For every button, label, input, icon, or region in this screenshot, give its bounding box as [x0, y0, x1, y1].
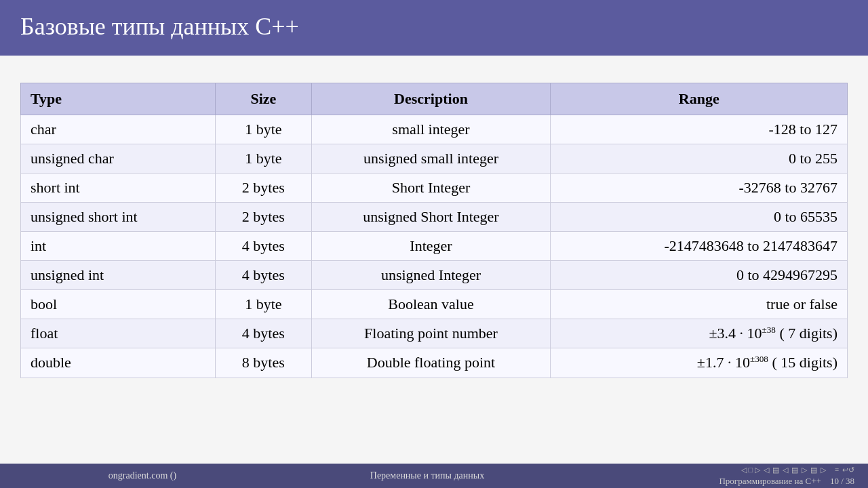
footer-left: ongradient.com () [0, 470, 285, 481]
data-types-table: Type Size Description Range char1 bytesm… [20, 83, 848, 378]
cell-size: 2 bytes [216, 174, 311, 203]
cell-description: Floating point number [311, 319, 551, 348]
nav-list-icon[interactable]: ▤ [791, 466, 798, 474]
cell-type: int [21, 232, 216, 261]
footer-course-label: Программирование на С++ [719, 476, 821, 486]
cell-description: unsigned small integer [311, 144, 551, 174]
cell-type: unsigned short int [21, 203, 216, 232]
cell-description: Integer [311, 232, 551, 261]
cell-size: 1 byte [216, 144, 311, 174]
table-row: unsigned int4 bytesunsigned Integer0 to … [21, 261, 848, 290]
header-title: Базовые типы данных C++ [20, 13, 299, 40]
cell-size: 4 bytes [216, 232, 311, 261]
slide-footer: ongradient.com () Переменные и типы данн… [0, 464, 868, 488]
col-range: Range [551, 83, 848, 115]
cell-type: bool [21, 290, 216, 319]
cell-description: Double floating point [311, 348, 551, 378]
table-row: short int2 bytesShort Integer-32768 to 3… [21, 174, 848, 203]
nav-grid-icon[interactable]: ▤ [772, 466, 779, 474]
footer-right-label: Программирование на С++ 10 / 38 [719, 476, 854, 487]
page-indicator: 10 / 38 [830, 476, 854, 486]
footer-nav-controls: ◁ □ ▷ ◁ ▤ ◁ ▤ ▷ ▤ ▷ ≡ ↩↺ [741, 466, 854, 474]
footer-website: ongradient.com () [108, 470, 176, 481]
table-row: float4 bytesFloating point number±3.4 · … [21, 319, 848, 348]
cell-description: unsigned Short Integer [311, 203, 551, 232]
nav-settings-icon[interactable]: ≡ [835, 466, 839, 474]
page-total: 38 [846, 476, 854, 486]
table-row: unsigned char1 byteunsigned small intege… [21, 144, 848, 174]
nav-zoom-icon[interactable]: ↩↺ [842, 466, 854, 474]
cell-description: small integer [311, 115, 551, 144]
table-row: double8 bytesDouble floating point±1.7 ·… [21, 348, 848, 378]
cell-range: -128 to 127 [551, 115, 848, 144]
col-size: Size [216, 83, 311, 115]
cell-size: 2 bytes [216, 203, 311, 232]
nav-back-icon[interactable]: ◁ □ ▷ [741, 466, 760, 474]
cell-type: short int [21, 174, 216, 203]
cell-range: -2147483648 to 2147483647 [551, 232, 848, 261]
cell-range: 0 to 255 [551, 144, 848, 174]
table-row: bool1 byteBoolean valuetrue or false [21, 290, 848, 319]
cell-description: unsigned Integer [311, 261, 551, 290]
cell-size: 1 byte [216, 115, 311, 144]
slide-header: Базовые типы данных C++ [0, 0, 868, 56]
nav-arrows-icon[interactable]: ▤ [810, 466, 817, 474]
cell-range: 0 to 65535 [551, 203, 848, 232]
cell-range: ±3.4 · 10±38 ( 7 digits) [551, 319, 848, 348]
cell-size: 4 bytes [216, 261, 311, 290]
cell-type: float [21, 319, 216, 348]
cell-range: 0 to 4294967295 [551, 261, 848, 290]
footer-section: Переменные и типы данных [370, 470, 484, 481]
table-row: int4 bytesInteger-2147483648 to 21474836… [21, 232, 848, 261]
cell-type: double [21, 348, 216, 378]
main-content: Type Size Description Range char1 bytesm… [0, 56, 868, 464]
cell-size: 4 bytes [216, 319, 311, 348]
cell-range: ±1.7 · 10±308 ( 15 digits) [551, 348, 848, 378]
cell-description: Boolean value [311, 290, 551, 319]
col-description: Description [311, 83, 551, 115]
cell-size: 1 byte [216, 290, 311, 319]
cell-description: Short Integer [311, 174, 551, 203]
footer-center: Переменные и типы данных [285, 470, 570, 481]
table-header-row: Type Size Description Range [21, 83, 848, 115]
cell-range: -32768 to 32767 [551, 174, 848, 203]
cell-range: true or false [551, 290, 848, 319]
cell-type: unsigned char [21, 144, 216, 174]
table-row: unsigned short int2 bytesunsigned Short … [21, 203, 848, 232]
table-row: char1 bytesmall integer-128 to 127 [21, 115, 848, 144]
cell-type: char [21, 115, 216, 144]
cell-size: 8 bytes [216, 348, 311, 378]
col-type: Type [21, 83, 216, 115]
cell-type: unsigned int [21, 261, 216, 290]
page-current: 10 [830, 476, 839, 486]
